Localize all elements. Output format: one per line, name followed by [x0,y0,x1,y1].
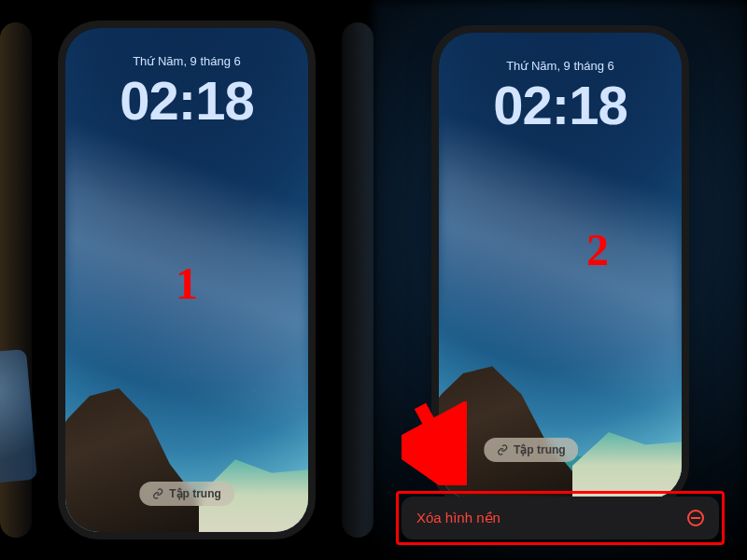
focus-button[interactable]: Tập trung [139,482,234,506]
link-icon [497,444,508,455]
annotation-step-number: 1 [176,258,198,309]
prev-lockscreen-peek[interactable] [0,22,32,538]
focus-label: Tập trung [169,487,221,500]
lockscreen-date[interactable]: Thứ Năm, 9 tháng 6 [65,54,308,68]
step-1-panel: Thứ Năm, 9 tháng 6 02:18 Tập trung 1 [0,0,374,560]
annotation-step-number: 2 [586,224,609,275]
lockscreen-preview[interactable]: Thứ Năm, 9 tháng 6 02:18 Tập trung [439,33,682,499]
minus-circle-icon [687,510,704,526]
lockscreen-time[interactable]: 02:18 [65,69,308,132]
lockscreen-time[interactable]: 02:18 [439,74,682,136]
step-2-panel: Thứ Năm, 9 tháng 6 02:18 Tập trung 2 Xóa… [374,0,747,560]
next-lockscreen-peek[interactable] [342,22,374,538]
delete-wallpaper-label: Xóa hình nền [416,510,500,526]
link-icon [152,488,163,499]
focus-button[interactable]: Tập trung [484,438,579,462]
delete-wallpaper-button[interactable]: Xóa hình nền [402,497,719,539]
prev-wallpaper-preview [0,349,37,483]
focus-label: Tập trung [514,443,566,456]
svg-rect-0 [691,517,700,519]
lockscreen-date[interactable]: Thứ Năm, 9 tháng 6 [439,59,682,73]
